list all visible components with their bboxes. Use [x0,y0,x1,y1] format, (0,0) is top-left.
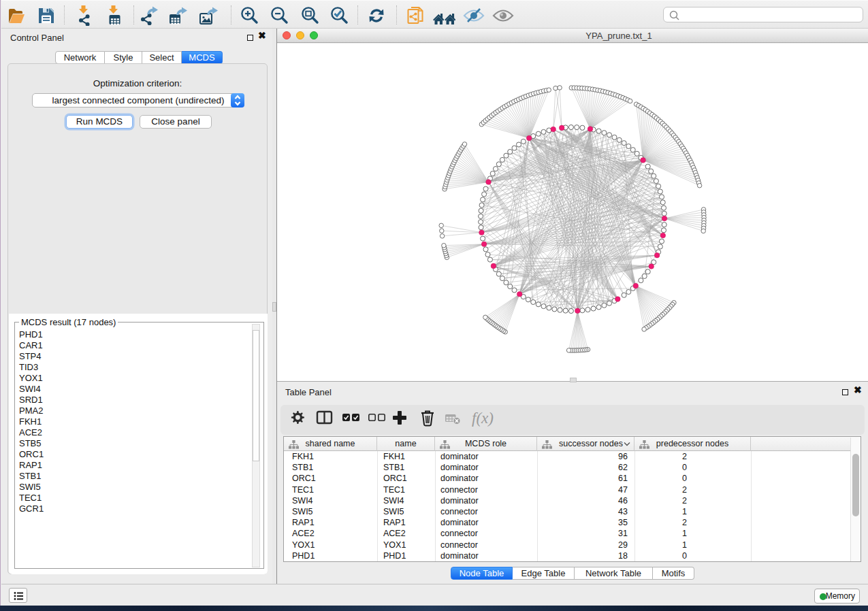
svg-text:f(x): f(x) [472,410,494,427]
